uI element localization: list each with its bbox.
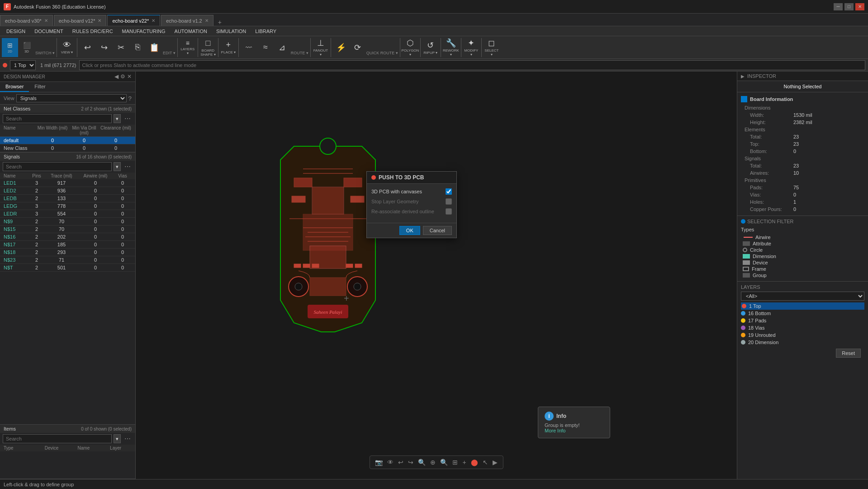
items-more[interactable]: ⋯ [123, 435, 133, 442]
zoom-in-btn[interactable]: 🔍 [417, 458, 427, 467]
items-search[interactable] [3, 434, 112, 443]
filter-frame[interactable]: Frame [743, 266, 863, 272]
signal-row-ledr[interactable]: LEDR355400 [0, 210, 135, 218]
board-shape-btn[interactable]: □BOARD SHAPE ▾ [200, 38, 216, 57]
signal-row-nt[interactable]: N$T250100 [0, 264, 135, 272]
net-class-row-new[interactable]: New Class 0 0 0 [0, 144, 135, 152]
tab-close-icon[interactable]: ✕ [205, 18, 209, 23]
arrow-btn[interactable]: ▶ [492, 458, 498, 467]
menu-automation[interactable]: AUTOMATION [170, 26, 212, 36]
dm-close-btn[interactable]: ✕ [127, 73, 132, 80]
net-classes-dropdown[interactable]: ▾ [114, 114, 121, 123]
maximize-btn[interactable]: □ [844, 3, 854, 10]
menu-design[interactable]: DESIGN [2, 26, 30, 36]
signal-row-n15[interactable]: N$1527000 [0, 225, 135, 233]
add-btn[interactable]: + [461, 458, 467, 467]
menu-document[interactable]: DOCUMENT [30, 26, 68, 36]
layer-row-pads[interactable]: 17 Pads [741, 317, 864, 324]
layer-selector[interactable]: 1 Top [10, 60, 36, 70]
view-btn[interactable]: 👁 VIEW ▾ [59, 38, 75, 57]
menu-rules[interactable]: RULES DRC/ERC [68, 26, 118, 36]
quick-route-btn[interactable]: ⚡ [333, 38, 349, 57]
tab-echo-board-v22[interactable]: echo-board v22* ✕ [107, 15, 160, 26]
zoom-fit-btn[interactable]: ⊕ [429, 458, 436, 467]
route-diff-pair-btn[interactable]: ≈ [257, 38, 274, 57]
filter-group[interactable]: Group [743, 272, 863, 278]
layers-all-select[interactable]: <All> [741, 292, 864, 301]
signal-row-led1[interactable]: LED1391700 [0, 179, 135, 187]
view-help-btn[interactable]: ? [128, 95, 132, 102]
signal-row-n23[interactable]: N$2327100 [0, 256, 135, 264]
signal-row-n16[interactable]: N$16220200 [0, 233, 135, 241]
layer-row-unrouted[interactable]: 19 Unrouted [741, 331, 864, 339]
close-btn[interactable]: ✕ [855, 3, 864, 10]
filter-dimension[interactable]: Device [743, 259, 863, 266]
redo-btn[interactable]: ↪ [96, 38, 112, 57]
modify-btn[interactable]: ✦MODIFY ▾ [463, 38, 479, 57]
eye-btn[interactable]: 👁 [386, 458, 394, 467]
menu-library[interactable]: LIBRARY [251, 26, 281, 36]
dm-settings-btn[interactable]: ⚙ [120, 73, 125, 80]
layers-btn[interactable]: ≡LAYERS ▾ [180, 38, 196, 57]
switch-2d-btn[interactable]: ⊞ 2D [2, 38, 18, 57]
dialog-outline-checkbox[interactable] [446, 208, 452, 215]
layer-row-vias[interactable]: 18 Vias [741, 324, 864, 331]
rework-btn[interactable]: 🔧REWORK ▾ [443, 38, 459, 57]
ripup-btn[interactable]: ↺RIPUP ▾ [422, 38, 439, 57]
signals-dropdown[interactable]: ▾ [114, 162, 121, 171]
signal-row-led2[interactable]: LED2293600 [0, 187, 135, 195]
minimize-btn[interactable]: ─ [834, 3, 843, 10]
command-input[interactable] [79, 60, 866, 70]
layer-row-bottom[interactable]: 16 Bottom [741, 310, 864, 317]
menu-simulation[interactable]: SIMULATION [212, 26, 251, 36]
paste-btn[interactable]: 📋 [146, 38, 162, 57]
dialog-cancel-btn[interactable]: Cancel [423, 226, 452, 235]
zoom-out-btn[interactable]: 🔍 [439, 458, 449, 467]
cut-btn[interactable]: ✂ [113, 38, 129, 57]
signal-row-ledg[interactable]: LEDG377800 [0, 202, 135, 210]
signals-search[interactable] [3, 162, 112, 171]
add-tab-btn[interactable]: + [214, 19, 225, 26]
redo-view-btn[interactable]: ↪ [407, 458, 414, 467]
signal-row-n9[interactable]: N$927000 [0, 218, 135, 225]
signal-row-n17[interactable]: N$17218500 [0, 241, 135, 249]
menu-manufacturing[interactable]: MANUFACTURING [118, 26, 170, 36]
place-btn[interactable]: +PLACE ▾ [220, 38, 237, 57]
tab-echo-board-v30[interactable]: echo-board v30* ✕ [0, 15, 53, 26]
undo-btn[interactable]: ↩ [79, 38, 95, 57]
auto-route-btn[interactable]: ⟳ [350, 38, 366, 57]
fanout-btn[interactable]: ⊥FANOUT ▾ [313, 38, 329, 57]
polygon-btn[interactable]: ⬡POLYGON ▾ [402, 38, 418, 57]
tab-close-icon[interactable]: ✕ [98, 18, 101, 23]
net-classes-more[interactable]: ⋯ [123, 115, 133, 122]
view-select[interactable]: Signals [16, 94, 127, 102]
layers-reset-btn[interactable]: Reset [836, 349, 861, 358]
layer-row-dimension[interactable]: 20 Dimension [741, 339, 864, 346]
panel-tab-browser[interactable]: Browser [0, 82, 29, 92]
items-dropdown[interactable]: ▾ [114, 434, 121, 443]
net-class-row-default[interactable]: default 0 0 0 [0, 137, 135, 144]
signal-row-ledb[interactable]: LEDB213300 [0, 195, 135, 202]
dialog-ok-btn[interactable]: OK [399, 226, 420, 235]
signals-more[interactable]: ⋯ [123, 163, 133, 170]
tab-echo-board-v1[interactable]: echo-board v1.2 ✕ [161, 15, 213, 26]
dialog-canvases-checkbox[interactable] [446, 188, 452, 195]
filter-airwire[interactable]: Airwire [743, 234, 863, 240]
copy-btn[interactable]: ⎘ [129, 38, 146, 57]
stop-btn[interactable]: ⬤ [470, 458, 479, 467]
filter-device[interactable]: Dimension [743, 253, 863, 259]
undo-view-btn[interactable]: ↩ [397, 458, 404, 467]
dm-collapse-btn[interactable]: ◀ [114, 73, 119, 80]
camera-btn[interactable]: 📷 [374, 458, 384, 467]
net-classes-search[interactable] [3, 114, 112, 123]
panel-tab-filter[interactable]: Filter [29, 82, 51, 92]
info-more-link[interactable]: More Info [545, 428, 565, 433]
signal-row-n18[interactable]: N$18229300 [0, 249, 135, 256]
filter-circle[interactable]: Circle [743, 247, 863, 253]
cursor-btn[interactable]: ↖ [482, 458, 489, 467]
tab-close-icon[interactable]: ✕ [44, 18, 48, 23]
select-btn[interactable]: ◻SELECT ▾ [484, 38, 500, 57]
dialog-geometry-checkbox[interactable] [446, 198, 452, 205]
filter-attribute[interactable]: Attribute [743, 240, 863, 247]
tab-echo-board-v12[interactable]: echo-board v12* ✕ [54, 15, 107, 26]
